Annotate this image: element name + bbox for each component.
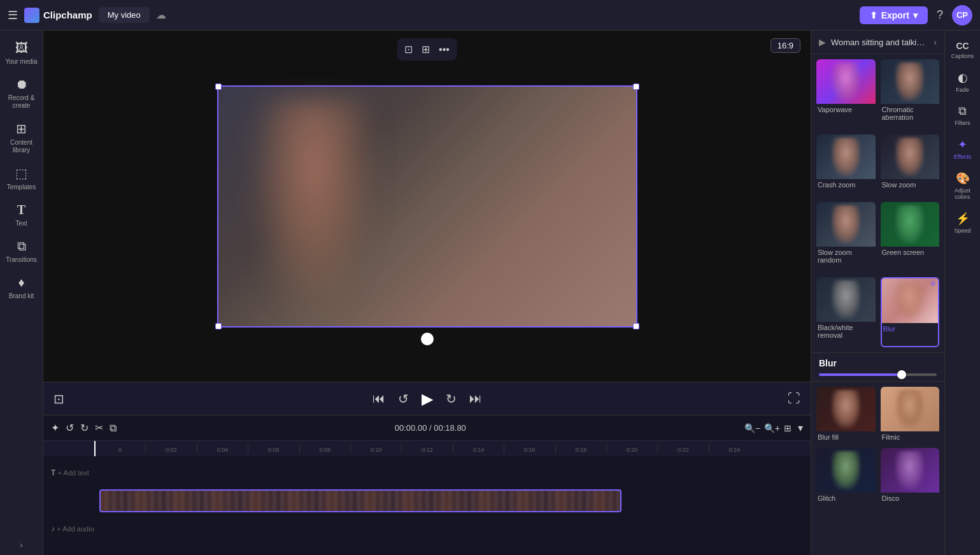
far-sidebar-item-speed[interactable]: ⚡ Speed [946,206,979,239]
rotate-handle[interactable]: ↺ [421,333,434,345]
my-video-button[interactable]: My video [99,7,150,23]
effect-item-bw-removal[interactable]: Black/white removal [816,277,876,347]
video-clip[interactable] [99,489,621,512]
far-sidebar-item-filters[interactable]: ⧉ Filters [946,99,979,131]
blur-slider[interactable] [819,373,937,376]
playback-controls: ⊡ ⏮ ↺ ▶ ↻ ⏭ ⛶ [43,382,811,415]
effect-item-blur-fill[interactable]: Blur fill [816,387,876,443]
tick-11: 0:22 [657,444,708,453]
timeline-timecode: 00:00.00 / 00:18.80 [123,423,738,433]
video-preview: ⊡ ⊞ ••• 16:9 ↺ [43,31,811,382]
ruler-ticks: 0 0:02 0:04 0:06 0:08 0:10 0:12 0:14 0:1… [94,444,760,453]
skip-to-start-button[interactable]: ⏮ [373,391,385,406]
effect-thumb-green-screen [881,202,940,247]
effect-thumb-bw-removal [816,277,876,322]
audio-track-row: ♪ + Add audio [43,515,811,543]
far-right-sidebar: CC Captions ◐ Fade ⧉ Filters ✦ Effects 🎨… [944,31,980,555]
sidebar-item-text[interactable]: T Text [3,198,41,233]
undo-button[interactable]: ↺ [66,422,74,434]
effect-item-vaporwave[interactable]: Vaporwave [816,59,876,129]
captions-icon: CC [956,41,969,51]
blur-adjustment-panel: Blur [811,352,944,382]
text-icon: T [17,203,25,217]
effect-label-green-screen: Green screen [881,247,940,258]
fullscreen-small-button[interactable]: ⊞ [419,41,432,58]
effect-thumb-slow-zoom-random [816,202,876,247]
effect-thumb-glitch [816,448,876,493]
effect-label-blur: Blur [882,323,939,335]
far-sidebar-label-captions: Captions [951,53,974,59]
far-sidebar-item-adjust-colors[interactable]: 🎨 Adjust colors [946,166,979,205]
sidebar-item-label-your-media: Your media [5,58,37,66]
sidebar-item-templates[interactable]: ⬚ Templates [3,161,41,196]
tick-6: 0:12 [401,444,452,453]
effect-item-green-screen[interactable]: Green screen [881,202,940,272]
help-icon[interactable]: ? [937,8,943,22]
timeline-zoom-controls: 🔍− 🔍+ ⊞ [744,423,792,433]
fit-timeline-button[interactable]: ⊞ [784,423,792,433]
caption-toggle[interactable]: ⊡ [53,391,64,407]
panel-video-title: Woman sitting and talking video [831,38,928,47]
add-audio-label[interactable]: + Add audio [57,525,94,533]
tick-5: 0:10 [350,444,401,453]
rewind-button[interactable]: ↺ [398,391,409,407]
zoom-in-button[interactable]: 🔍+ [764,423,780,433]
far-sidebar-item-fade[interactable]: ◐ Fade [946,66,979,98]
effect-item-slow-zoom[interactable]: Slow zoom [881,134,940,197]
play-button[interactable]: ▶ [422,390,433,408]
effect-item-crash-zoom[interactable]: Crash zoom [816,134,876,197]
video-track-content [99,489,803,512]
far-sidebar-label-effects: Effects [954,154,971,160]
clipchamp-logo-icon [24,8,39,23]
sidebar-item-brand-kit[interactable]: ♦ Brand kit [3,270,41,305]
sidebar-item-transitions[interactable]: ⧉ Transitions [3,234,41,269]
more-options-button[interactable]: ••• [436,41,452,58]
timeline-ruler: 0 0:02 0:04 0:06 0:08 0:10 0:12 0:14 0:1… [43,441,811,456]
effect-item-slow-zoom-random[interactable]: Slow zoom random [816,202,876,272]
fullscreen-button[interactable]: ⛶ [788,391,800,406]
crop-button[interactable]: ⊡ [402,41,415,58]
playhead[interactable] [94,441,96,456]
export-button[interactable]: ⬆ Export ▾ [860,6,928,24]
effect-label-bw-removal: Black/white removal [816,322,876,341]
record-create-icon: ⏺ [15,77,28,92]
add-text-label[interactable]: + Add text [58,469,89,477]
tick-2: 0:04 [197,444,248,453]
menu-icon[interactable]: ☰ [8,8,18,22]
expand-icon[interactable]: ⛶ [788,391,800,406]
video-frame [218,87,636,326]
effect-label-vaporwave: Vaporwave [816,104,876,115]
blur-slider-thumb[interactable] [897,370,906,379]
user-avatar[interactable]: CP [952,5,972,25]
cut-button[interactable]: ✂ [95,422,103,434]
resize-handle-br[interactable] [633,323,639,329]
effect-item-blur[interactable]: ⊞ Blur [881,277,940,347]
resize-handle-tr[interactable] [633,83,639,90]
caption-button[interactable]: ⊡ [53,391,64,407]
tick-10: 0:20 [606,444,657,453]
sidebar-expand-button[interactable]: › [20,540,23,550]
duplicate-button[interactable]: ⧉ [110,422,117,434]
add-to-timeline-button[interactable]: ✦ [51,422,59,434]
collapse-timeline-button[interactable]: ▾ [798,422,803,434]
timeline-tracks: T + Add text [43,456,811,555]
tick-0: 0 [94,444,145,453]
far-sidebar-item-captions[interactable]: CC Captions [946,36,979,64]
sidebar-item-record-create[interactable]: ⏺ Record & create [3,72,41,115]
sidebar-item-your-media[interactable]: 🖼 Your media [3,36,41,71]
tick-4: 0:08 [299,444,350,453]
effect-item-glitch[interactable]: Glitch [816,448,876,504]
redo-button[interactable]: ↻ [80,422,89,434]
far-sidebar-item-effects[interactable]: ✦ Effects [946,133,979,165]
effect-item-filmic[interactable]: Filmic [881,387,940,443]
effect-item-chromatic[interactable]: Chromatic aberration [881,59,940,129]
sidebar-item-content-library[interactable]: ⊞ Content library [3,116,41,159]
resize-handle-bl[interactable] [215,323,222,329]
fast-forward-button[interactable]: ↻ [446,391,457,407]
effect-item-disco[interactable]: Disco [881,448,940,504]
tick-9: 0:18 [555,444,606,453]
panel-collapse-arrow[interactable]: › [934,37,937,47]
resize-handle-tl[interactable] [215,83,222,90]
skip-to-end-button[interactable]: ⏭ [469,391,482,406]
zoom-out-button[interactable]: 🔍− [744,423,760,433]
